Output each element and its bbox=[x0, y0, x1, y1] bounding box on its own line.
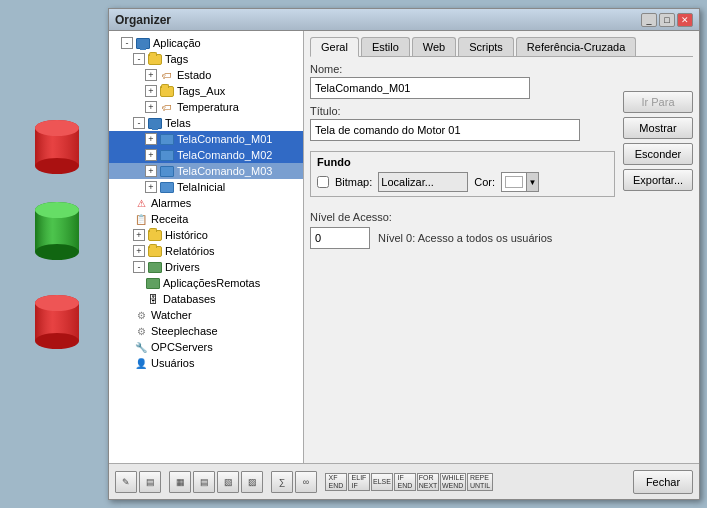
tree-item-aplicacoesremotas[interactable]: AplicaçõesRemotas bbox=[109, 275, 303, 291]
expander-relatorios[interactable]: + bbox=[133, 245, 145, 257]
expander-aplicacao[interactable]: - bbox=[121, 37, 133, 49]
cylinder-red-top bbox=[10, 118, 105, 176]
end-btn[interactable]: IFEND bbox=[394, 473, 416, 491]
toolbar-btn-3[interactable]: ▦ bbox=[169, 471, 191, 493]
expander-historico[interactable]: + bbox=[133, 229, 145, 241]
svg-point-4 bbox=[35, 120, 79, 136]
tree-item-historico[interactable]: + Histórico bbox=[109, 227, 303, 243]
label-tags: Tags bbox=[165, 53, 188, 65]
right-panel: Geral Estilo Web Scripts Referência-Cruz… bbox=[304, 31, 699, 463]
close-window-button[interactable]: ✕ bbox=[677, 13, 693, 27]
else-btn[interactable]: ELSE bbox=[371, 473, 393, 491]
cylinder-red-bottom bbox=[10, 293, 105, 351]
minimize-button[interactable]: _ bbox=[641, 13, 657, 27]
tab-estilo[interactable]: Estilo bbox=[361, 37, 410, 56]
toolbar-btn-7[interactable]: ∑ bbox=[271, 471, 293, 493]
elif-btn[interactable]: ELIFIF bbox=[348, 473, 370, 491]
toolbar-btn-1[interactable]: ✎ bbox=[115, 471, 137, 493]
maximize-button[interactable]: □ bbox=[659, 13, 675, 27]
cor-dropdown-btn[interactable]: ▼ bbox=[527, 172, 539, 192]
nome-input[interactable] bbox=[310, 77, 530, 99]
tree-item-aplicacao[interactable]: - Aplicação bbox=[109, 35, 303, 51]
tree-item-opcservers[interactable]: 🔧 OPCServers bbox=[109, 339, 303, 355]
xf-group: XFEND ELIFIF ELSE IFEND FORNEXT bbox=[325, 473, 493, 491]
toolbar-btn-6[interactable]: ▨ bbox=[241, 471, 263, 493]
esconder-button[interactable]: Esconder bbox=[623, 143, 693, 165]
tree-item-tags-aux[interactable]: + Tags_Aux bbox=[109, 83, 303, 99]
fechar-button[interactable]: Fechar bbox=[633, 470, 693, 494]
icon-aplicacao bbox=[135, 36, 151, 50]
expander-drivers[interactable]: - bbox=[133, 261, 145, 273]
tree-item-telacm01[interactable]: + TelaComando_M01 bbox=[109, 131, 303, 147]
mostrar-button[interactable]: Mostrar bbox=[623, 117, 693, 139]
expander-telacm02[interactable]: + bbox=[145, 149, 157, 161]
tree-item-drivers[interactable]: - Drivers bbox=[109, 259, 303, 275]
icon-receita: 📋 bbox=[133, 212, 149, 226]
titulo-input[interactable] bbox=[310, 119, 580, 141]
expander-telas[interactable]: - bbox=[133, 117, 145, 129]
expander-telacm03[interactable]: + bbox=[145, 165, 157, 177]
tree-item-temperatura[interactable]: + 🏷 Temperatura bbox=[109, 99, 303, 115]
nivel-input[interactable] bbox=[310, 227, 370, 249]
icon-telacm01 bbox=[159, 132, 175, 146]
for-btn[interactable]: FORNEXT bbox=[417, 473, 439, 491]
tree-item-telainicial[interactable]: + TelaInicial bbox=[109, 179, 303, 195]
toolbar-btn-5[interactable]: ▧ bbox=[217, 471, 239, 493]
toolbar-btn-2[interactable]: ▤ bbox=[139, 471, 161, 493]
tree-item-alarmes[interactable]: ⚠ Alarmes bbox=[109, 195, 303, 211]
bitmap-checkbox[interactable] bbox=[317, 176, 329, 188]
tab-scripts[interactable]: Scripts bbox=[458, 37, 514, 56]
icon-databases: 🗄 bbox=[145, 292, 161, 306]
repe-btn[interactable]: REPEUNTIL bbox=[467, 473, 493, 491]
tab-referencia[interactable]: Referência-Cruzada bbox=[516, 37, 636, 56]
tab-bar: Geral Estilo Web Scripts Referência-Cruz… bbox=[310, 37, 693, 57]
expander-tags-aux[interactable]: + bbox=[145, 85, 157, 97]
tree-item-databases[interactable]: 🗄 Databases bbox=[109, 291, 303, 307]
right-buttons: Ir Para Mostrar Esconder Exportar... bbox=[623, 63, 693, 457]
exportar-button[interactable]: Exportar... bbox=[623, 169, 693, 191]
tab-geral[interactable]: Geral bbox=[310, 37, 359, 57]
window-title: Organizer bbox=[115, 13, 171, 27]
content-area: - Aplicação - Tags bbox=[109, 31, 699, 463]
tree-panel: - Aplicação - Tags bbox=[109, 31, 304, 463]
tree-item-steeplechase[interactable]: ⚙ Steeplechase bbox=[109, 323, 303, 339]
expander-tags[interactable]: - bbox=[133, 53, 145, 65]
end-item: IFEND bbox=[394, 473, 416, 491]
expander-temperatura[interactable]: + bbox=[145, 101, 157, 113]
svg-point-8 bbox=[35, 244, 79, 260]
tree-item-telas[interactable]: - Telas bbox=[109, 115, 303, 131]
svg-point-14 bbox=[35, 295, 79, 311]
tree-item-telacm02[interactable]: + TelaComando_M02 bbox=[109, 147, 303, 163]
tree-item-watcher[interactable]: ⚙ Watcher bbox=[109, 307, 303, 323]
label-receita: Receita bbox=[151, 213, 188, 225]
title-bar-buttons: _ □ ✕ bbox=[641, 13, 693, 27]
expander-estado[interactable]: + bbox=[145, 69, 157, 81]
tree-item-usuarios[interactable]: 👤 Usuários bbox=[109, 355, 303, 371]
nome-label: Nome: bbox=[310, 63, 615, 75]
cor-selector[interactable]: ▼ bbox=[501, 172, 539, 192]
svg-point-13 bbox=[35, 333, 79, 349]
tab-web[interactable]: Web bbox=[412, 37, 456, 56]
localizar-input[interactable] bbox=[378, 172, 468, 192]
tree-item-estado[interactable]: + 🏷 Estado bbox=[109, 67, 303, 83]
tree-item-relatorios[interactable]: + Relatórios bbox=[109, 243, 303, 259]
xf-end-btn[interactable]: XFEND bbox=[325, 473, 347, 491]
tree-item-receita[interactable]: 📋 Receita bbox=[109, 211, 303, 227]
form-buttons-container: Nome: Título: Fundo bbox=[310, 63, 693, 457]
ir-para-button[interactable]: Ir Para bbox=[623, 91, 693, 113]
fundo-legend: Fundo bbox=[317, 156, 608, 168]
expander-telainicial[interactable]: + bbox=[145, 181, 157, 193]
expander-telacm01[interactable]: + bbox=[145, 133, 157, 145]
tree-item-telacm03[interactable]: + TelaComando_M03 bbox=[109, 163, 303, 179]
toolbar-btn-4[interactable]: ▤ bbox=[193, 471, 215, 493]
titulo-row: Título: bbox=[310, 105, 615, 141]
label-aplicacao: Aplicação bbox=[153, 37, 201, 49]
label-historico: Histórico bbox=[165, 229, 208, 241]
icon-relatorios bbox=[147, 244, 163, 258]
repe-item: REPEUNTIL bbox=[467, 473, 493, 491]
tree-item-tags[interactable]: - Tags bbox=[109, 51, 303, 67]
while-item: WHILEWEND bbox=[440, 473, 466, 491]
label-estado: Estado bbox=[177, 69, 211, 81]
while-btn[interactable]: WHILEWEND bbox=[440, 473, 466, 491]
toolbar-btn-8[interactable]: ∞ bbox=[295, 471, 317, 493]
